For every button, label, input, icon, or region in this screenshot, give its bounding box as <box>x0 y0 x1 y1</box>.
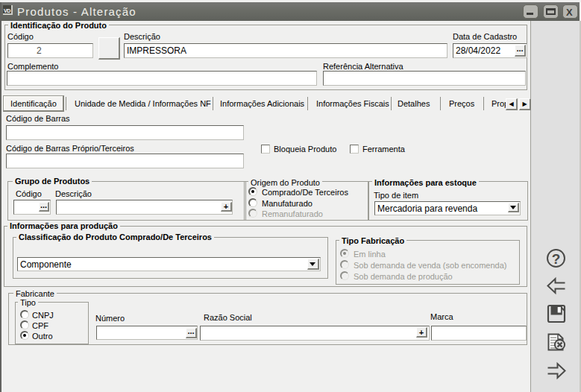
svg-text:?: ? <box>552 251 561 267</box>
